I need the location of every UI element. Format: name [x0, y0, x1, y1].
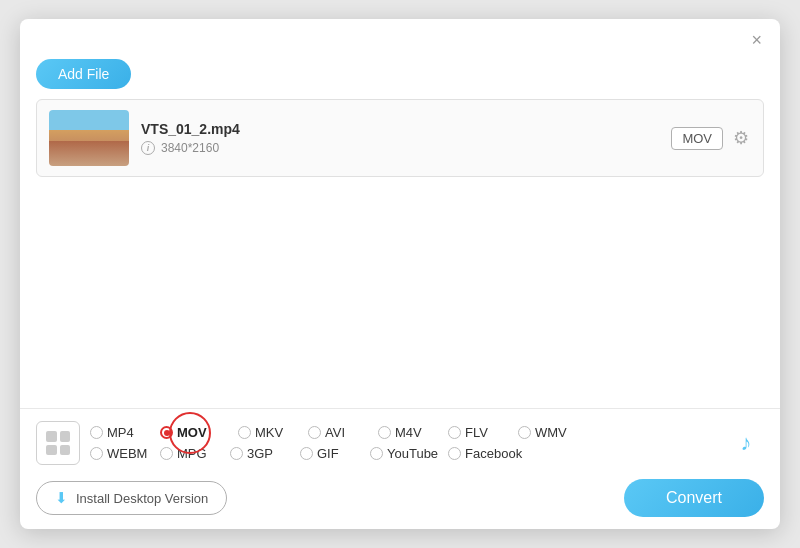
- settings-button[interactable]: ⚙: [731, 125, 751, 151]
- radio-webm-icon: [90, 447, 103, 460]
- install-label: Install Desktop Version: [76, 491, 208, 506]
- option-mpg-label: MPG: [177, 446, 207, 461]
- file-list: VTS_01_2.mp4 i 3840*2160 MOV ⚙: [20, 99, 780, 187]
- empty-area: [20, 187, 780, 408]
- radio-avi-icon: [308, 426, 321, 439]
- radio-flv-icon: [448, 426, 461, 439]
- option-youtube-label: YouTube: [387, 446, 438, 461]
- radio-mp4-icon: [90, 426, 103, 439]
- install-button[interactable]: ⬇ Install Desktop Version: [36, 481, 227, 515]
- option-avi-label: AVI: [325, 425, 345, 440]
- option-mp4[interactable]: MP4: [90, 425, 150, 440]
- file-actions: MOV ⚙: [671, 125, 751, 151]
- bottom-section: MP4 MOV MKV AVI: [20, 408, 780, 529]
- option-mkv[interactable]: MKV: [238, 425, 298, 440]
- file-thumbnail: [49, 110, 129, 166]
- option-youtube[interactable]: YouTube: [370, 446, 438, 461]
- close-button[interactable]: ×: [747, 29, 766, 51]
- option-gif-label: GIF: [317, 446, 339, 461]
- add-file-button[interactable]: Add File: [36, 59, 131, 89]
- option-wmv[interactable]: WMV: [518, 425, 578, 440]
- option-webm-label: WEBM: [107, 446, 147, 461]
- option-mp4-label: MP4: [107, 425, 134, 440]
- radio-mkv-icon: [238, 426, 251, 439]
- radio-gif-icon: [300, 447, 313, 460]
- option-m4v[interactable]: M4V: [378, 425, 438, 440]
- file-meta: i 3840*2160: [141, 141, 659, 155]
- option-m4v-label: M4V: [395, 425, 422, 440]
- option-flv[interactable]: FLV: [448, 425, 508, 440]
- radio-3gp-icon: [230, 447, 243, 460]
- main-dialog: × Add File VTS_01_2.mp4 i 3840*2160 MOV …: [20, 19, 780, 529]
- music-icon: ♪: [741, 430, 752, 456]
- file-info: VTS_01_2.mp4 i 3840*2160: [141, 121, 659, 155]
- title-bar: ×: [20, 19, 780, 51]
- file-item: VTS_01_2.mp4 i 3840*2160 MOV ⚙: [36, 99, 764, 177]
- option-3gp-label: 3GP: [247, 446, 273, 461]
- option-wmv-label: WMV: [535, 425, 567, 440]
- option-mpg[interactable]: MPG: [160, 446, 220, 461]
- footer-row: ⬇ Install Desktop Version Convert: [36, 479, 764, 517]
- format-icon-box: [36, 421, 80, 465]
- convert-button[interactable]: Convert: [624, 479, 764, 517]
- option-webm[interactable]: WEBM: [90, 446, 150, 461]
- format-grid-icon: [46, 431, 70, 455]
- download-icon: ⬇: [55, 489, 68, 507]
- radio-wmv-icon: [518, 426, 531, 439]
- radio-m4v-icon: [378, 426, 391, 439]
- option-mov[interactable]: MOV: [160, 425, 220, 440]
- format-options: MP4 MOV MKV AVI: [90, 425, 720, 461]
- radio-facebook-icon: [448, 447, 461, 460]
- option-mkv-label: MKV: [255, 425, 283, 440]
- file-resolution: 3840*2160: [161, 141, 219, 155]
- option-facebook-label: Facebook: [465, 446, 522, 461]
- music-icon-box: ♪: [728, 425, 764, 461]
- option-gif[interactable]: GIF: [300, 446, 360, 461]
- option-flv-label: FLV: [465, 425, 488, 440]
- info-icon: i: [141, 141, 155, 155]
- option-facebook[interactable]: Facebook: [448, 446, 522, 461]
- format-row-line-1: MP4 MOV MKV AVI: [90, 425, 720, 440]
- format-row: MP4 MOV MKV AVI: [36, 421, 764, 465]
- radio-youtube-icon: [370, 447, 383, 460]
- toolbar: Add File: [20, 51, 780, 99]
- option-avi[interactable]: AVI: [308, 425, 368, 440]
- option-mov-label: MOV: [177, 425, 207, 440]
- radio-mpg-icon: [160, 447, 173, 460]
- radio-mov-icon: [160, 426, 173, 439]
- format-row-line-2: WEBM MPG 3GP GIF: [90, 446, 720, 461]
- format-badge-button[interactable]: MOV: [671, 127, 723, 150]
- file-name: VTS_01_2.mp4: [141, 121, 659, 137]
- option-3gp[interactable]: 3GP: [230, 446, 290, 461]
